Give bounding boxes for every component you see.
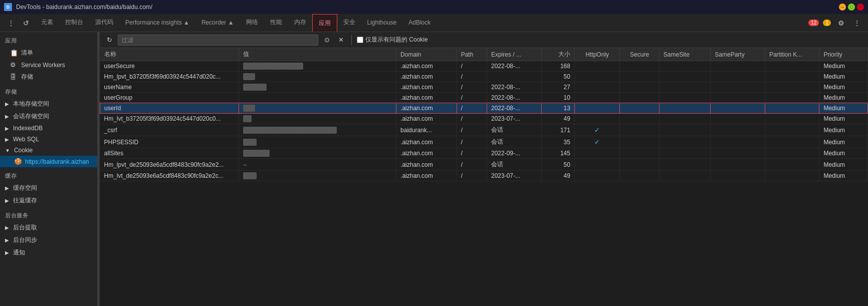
- sidebar-item-cookie[interactable]: ▼ Cookie: [0, 145, 97, 156]
- cell-size: 171: [541, 124, 574, 136]
- show-issues-checkbox-label[interactable]: 仅显示有问题的 Cookie: [357, 36, 428, 44]
- cell-name: PHPSESSID: [100, 136, 239, 148]
- filter-clear-button[interactable]: ✕: [335, 35, 346, 46]
- cell-secure: [620, 148, 659, 159]
- sidebar-item-service-workers[interactable]: ⚙ Service Workers: [0, 59, 97, 71]
- sidebar-item-indexeddb[interactable]: ▶ IndexedDB: [0, 123, 97, 134]
- cell-secure: [620, 72, 659, 82]
- cell-partitionk: [765, 93, 819, 103]
- settings-button[interactable]: ⚙: [835, 17, 847, 29]
- table-row[interactable]: _csrf0··············baidurank·····d344b7…: [100, 124, 868, 136]
- filter-input[interactable]: [118, 35, 318, 46]
- filter-options-button[interactable]: ⊙: [321, 35, 332, 46]
- cell-httponly: [574, 159, 619, 171]
- cell-expires: 会话: [487, 124, 542, 136]
- col-header-value[interactable]: 值: [239, 48, 396, 61]
- sidebar-item-notifications[interactable]: ▶ 通知: [0, 246, 97, 259]
- tab-performance-insights[interactable]: Performance insights ▲: [119, 14, 195, 32]
- tab-network[interactable]: 网络: [240, 14, 264, 32]
- cell-httponly: [574, 72, 619, 82]
- cell-path: /: [457, 136, 487, 148]
- col-header-path[interactable]: Path: [457, 48, 487, 61]
- col-header-partitionk[interactable]: Partition K...: [765, 48, 819, 61]
- cell-value: 1···: [239, 114, 396, 124]
- cell-samesite: [659, 124, 711, 136]
- sidebar-item-back-forward-cache[interactable]: ▶ 往返缓存: [0, 194, 97, 207]
- table-row[interactable]: userSecure···9g4PM···············ys....a…: [100, 61, 868, 72]
- toolbar-separator: [351, 35, 352, 45]
- main-layout: 应用 📋 清单 ⚙ Service Workers 🗄 存储 存储 ▶ 本地存储…: [0, 32, 868, 306]
- tab-memory[interactable]: 内存: [288, 14, 312, 32]
- tab-application[interactable]: 应用: [312, 14, 337, 32]
- sidebar-item-local-storage[interactable]: ▶ 本地存储空间: [0, 98, 97, 110]
- cell-secure: [620, 82, 659, 93]
- sidebar-item-bg-sync[interactable]: ▶ 后台同步: [0, 234, 97, 246]
- table-row[interactable]: userId·······.aizhan.com/2022-08-...13Me…: [100, 103, 868, 114]
- table-row[interactable]: PHPSESSID···L···.aizhan.com/会话35✓Medium: [100, 136, 868, 148]
- sidebar-item-session-storage[interactable]: ▶ 会话存储空间: [0, 110, 97, 123]
- close-button[interactable]: ×: [857, 4, 864, 11]
- cell-expires: 2023-07-...: [487, 171, 542, 181]
- refresh-button[interactable]: ↻: [104, 35, 115, 46]
- minimize-button[interactable]: ─: [839, 4, 846, 11]
- cell-sameparty: [711, 82, 765, 93]
- table-row[interactable]: allSites·········nc....aizhan.com/2022-0…: [100, 148, 868, 159]
- table-row[interactable]: userGroup.aizhan.com/2022-08-...10Medium: [100, 93, 868, 103]
- tab-performance[interactable]: 性能: [264, 14, 288, 32]
- tab-recorder[interactable]: Recorder ▲: [195, 14, 240, 32]
- tab-adblock[interactable]: AdBlock: [402, 14, 437, 32]
- col-header-domain[interactable]: Domain: [396, 48, 457, 61]
- sidebar-item-storage-top-label: 存储: [21, 73, 33, 81]
- cell-httponly: [574, 61, 619, 72]
- table-row[interactable]: Hm_lvt_b37205f3f69d03924c5447d020c0...1·…: [100, 114, 868, 124]
- sidebar-item-manifest[interactable]: 📋 清单: [0, 47, 97, 59]
- tab-sources[interactable]: 源代码: [89, 14, 119, 32]
- cell-path: /: [457, 124, 487, 136]
- show-issues-checkbox[interactable]: [357, 37, 363, 43]
- websql-chevron: ▶: [5, 137, 9, 142]
- cell-value: ···L···: [239, 136, 396, 148]
- window-controls[interactable]: ─ □ ×: [839, 4, 864, 11]
- sidebar-item-storage-top[interactable]: 🗄 存储: [0, 71, 97, 83]
- table-row[interactable]: Hm_lpvt_de25093e6a5cdf8483c90fc9a2e2...·…: [100, 159, 868, 171]
- maximize-button[interactable]: □: [848, 4, 855, 11]
- col-header-priority[interactable]: Priority: [819, 48, 868, 61]
- nav-cursor-button[interactable]: ⋮: [5, 17, 17, 29]
- col-header-sameparty[interactable]: SameParty: [711, 48, 765, 61]
- content-toolbar: ↻ ⊙ ✕ 仅显示有问题的 Cookie: [100, 32, 868, 48]
- sidebar-item-cache-storage[interactable]: ▶ 缓存空间: [0, 182, 97, 194]
- more-button[interactable]: ⋮: [851, 17, 863, 29]
- sidebar-item-bg-fetch[interactable]: ▶ 后台提取: [0, 221, 97, 234]
- tab-console[interactable]: 控制台: [59, 14, 89, 32]
- col-header-secure[interactable]: Secure: [620, 48, 659, 61]
- col-header-size[interactable]: 大小: [541, 48, 574, 61]
- tab-lighthouse[interactable]: Lighthouse: [361, 14, 403, 32]
- table-row[interactable]: Hm_lvt_de25093e6a5cdf8483c90fc9a2e2c...1…: [100, 171, 868, 181]
- cookie-table-body: userSecure···9g4PM···············ys....a…: [100, 61, 868, 181]
- table-row[interactable]: userName··············.aizhan.com/2022-0…: [100, 82, 868, 93]
- bg-fetch-chevron: ▶: [5, 225, 9, 230]
- cell-name: Hm_lvt_de25093e6a5cdf8483c90fc9a2e2c...: [100, 171, 239, 181]
- sidebar-item-cookie-url[interactable]: 🍪 https://baidurank.aizhan: [0, 156, 97, 167]
- col-header-samesite[interactable]: SameSite: [659, 48, 711, 61]
- cell-size: 50: [541, 72, 574, 82]
- cell-domain: .aizhan.com: [396, 93, 457, 103]
- sidebar-item-websql[interactable]: ▶ Web SQL: [0, 134, 97, 145]
- cell-name: Hm_lvt_b37205f3f69d03924c5447d020c0...: [100, 114, 239, 124]
- cell-path: /: [457, 82, 487, 93]
- tab-elements[interactable]: 元素: [35, 14, 59, 32]
- tab-security[interactable]: 安全: [337, 14, 361, 32]
- cell-name: userId: [100, 103, 239, 114]
- table-row[interactable]: Hm_lpvt_b37205f3f69d03924c5447d020c...1·…: [100, 72, 868, 82]
- cell-partitionk: [765, 61, 819, 72]
- manifest-icon: 📋: [10, 49, 18, 57]
- nav-inspect-button[interactable]: ↺: [20, 17, 32, 29]
- col-header-expires[interactable]: Expires / ...: [487, 48, 542, 61]
- cell-size: 49: [541, 114, 574, 124]
- cell-expires: 2022-08-...: [487, 103, 542, 114]
- blurred-value: 0··············baidurank·····d344b774...: [243, 127, 336, 134]
- col-header-httponly[interactable]: HttpOnly: [574, 48, 619, 61]
- cell-name: userSecure: [100, 61, 239, 72]
- col-header-name[interactable]: 名称: [100, 48, 239, 61]
- table-header-row: 名称 值 Domain Path Expires / ... 大小 HttpOn…: [100, 48, 868, 61]
